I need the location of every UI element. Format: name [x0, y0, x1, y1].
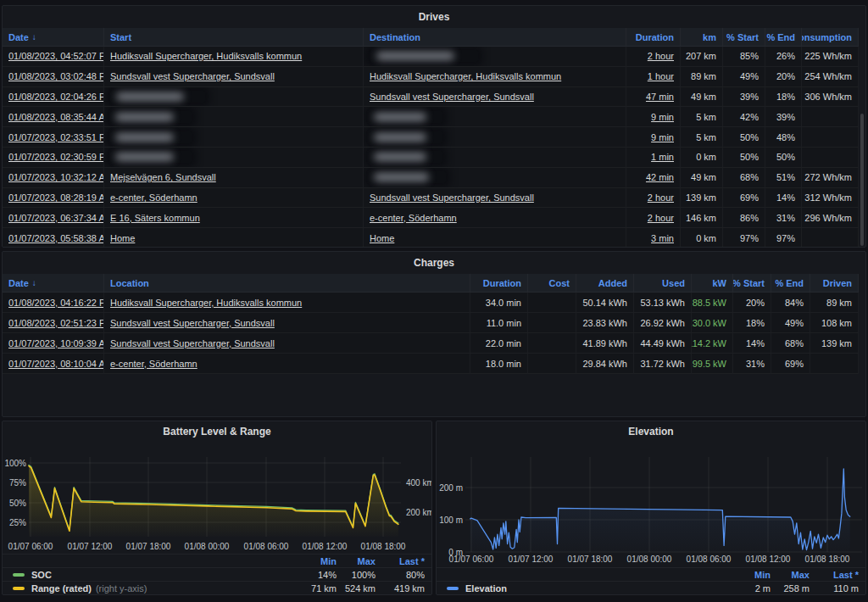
duration-link[interactable]: 47 min: [646, 92, 674, 102]
km-value: 0 km: [696, 152, 716, 162]
table-row: 01/07/2023, 10:32:12 AMMejselvägen 6, Su…: [3, 168, 865, 188]
column-header-location[interactable]: Location: [104, 274, 470, 293]
location-link[interactable]: e-center, Söderhamn: [110, 359, 198, 369]
column-header-label: Location: [110, 278, 149, 288]
destination-link[interactable]: Sundsvall vest Supercharger, Sundsvall: [370, 92, 534, 102]
location-link[interactable]: Sundsvall vest Supercharger, Sundsvall: [110, 338, 275, 348]
start-link[interactable]: e-center, Söderhamn: [110, 192, 198, 203]
legend-row-soc[interactable]: SOC 14% 100% 80%: [3, 567, 431, 581]
svg-text:50%: 50%: [9, 499, 26, 508]
legend-row-elevation[interactable]: Elevation 2 m 258 m 110 m: [437, 581, 865, 594]
column-header-km[interactable]: km: [681, 28, 723, 47]
date-link[interactable]: 01/07/2023, 08:10:04 AM: [8, 359, 104, 369]
destination-link[interactable]: Hudiksvall Supercharger, Hudiksvalls kom…: [370, 71, 561, 81]
duration-link[interactable]: 1 hour: [648, 71, 674, 81]
stat-max-label: Max: [771, 570, 810, 580]
cell-added: 23.83 kWh: [576, 313, 634, 333]
duration-link[interactable]: 9 min: [651, 112, 674, 122]
cell-destination: [364, 148, 626, 168]
column-header-kw[interactable]: kW: [692, 274, 733, 293]
date-link[interactable]: 01/07/2023, 02:30:59 PM: [8, 152, 104, 162]
cell-pct_end: 14%: [765, 188, 802, 209]
km-value: 207 km: [686, 51, 716, 61]
duration-link[interactable]: 2 hour: [648, 213, 674, 223]
column-header-cost[interactable]: Cost: [528, 274, 576, 293]
start-link[interactable]: E 16, Säters kommun: [110, 213, 200, 223]
pct_end-value: 48%: [776, 132, 795, 142]
destination-link[interactable]: Sundsvall vest Supercharger, Sundsvall: [370, 192, 534, 203]
column-header-start[interactable]: Start: [104, 28, 364, 47]
cell-start: [104, 148, 364, 168]
location-link[interactable]: Sundsvall vest Supercharger, Sundsvall: [110, 318, 275, 328]
cell-used: 53.13 kWh: [634, 293, 692, 313]
destination-link[interactable]: Home: [370, 233, 394, 243]
date-link[interactable]: 01/07/2023, 08:28:19 AM: [8, 192, 104, 203]
date-link[interactable]: 01/08/2023, 08:35:44 AM: [8, 112, 104, 122]
column-header-duration[interactable]: Duration: [470, 274, 528, 293]
column-header-driven[interactable]: Driven: [810, 274, 859, 293]
cell-consumption: 225 Wh/km: [802, 47, 859, 67]
duration-link[interactable]: 2 hour: [648, 51, 674, 61]
drives-scrollbar[interactable]: [860, 114, 864, 246]
cell-pct_end: 39%: [765, 107, 802, 127]
column-header-pct_end[interactable]: % End: [771, 274, 810, 293]
start-link[interactable]: Mejselvägen 6, Sundsvall: [110, 172, 216, 182]
svg-text:01/08 06:00: 01/08 06:00: [244, 542, 289, 551]
column-header-date[interactable]: Date↓: [3, 274, 104, 293]
table-row: 01/07/2023, 02:33:51 PM9 min5 km50%48%: [3, 127, 865, 148]
column-header-used[interactable]: Used: [634, 274, 692, 293]
added-value: 41.89 kWh: [582, 338, 627, 348]
location-link[interactable]: Hudiksvall Supercharger, Hudiksvalls kom…: [110, 298, 302, 308]
column-header-added[interactable]: Added: [576, 274, 634, 293]
date-link[interactable]: 01/07/2023, 10:32:12 AM: [8, 172, 104, 182]
column-header-pct_start[interactable]: % Start: [723, 28, 765, 47]
date-link[interactable]: 01/07/2023, 05:58:38 AM: [8, 233, 104, 243]
column-header-pct_end[interactable]: % End: [765, 28, 802, 47]
date-link[interactable]: 01/08/2023, 04:16:22 PM: [8, 298, 104, 308]
duration-link[interactable]: 42 min: [646, 172, 674, 182]
duration-link[interactable]: 2 hour: [648, 192, 674, 203]
cell-pct_end: 50%: [765, 148, 802, 168]
pct_start-value: 85%: [740, 51, 759, 61]
column-header-destination[interactable]: Destination: [364, 28, 626, 47]
date-link[interactable]: 01/08/2023, 02:51:23 PM: [8, 318, 104, 328]
column-header-consumption[interactable]: Consumption: [802, 28, 859, 47]
elevation-min-value: 2 m: [732, 583, 771, 594]
start-link[interactable]: Hudiksvall Supercharger, Hudiksvalls kom…: [110, 51, 302, 61]
duration-link[interactable]: 3 min: [651, 233, 674, 243]
pct_start-value: 86%: [740, 213, 759, 223]
svg-text:01/08 00:00: 01/08 00:00: [627, 555, 672, 564]
cell-duration: 11.0 min: [470, 313, 528, 333]
table-row: 01/08/2023, 04:52:07 PMHudiksvall Superc…: [3, 47, 865, 67]
cell-pct_start: 18%: [733, 313, 771, 333]
column-header-date[interactable]: Date↓: [3, 28, 104, 47]
cell-date: 01/07/2023, 10:32:12 AM: [3, 168, 104, 188]
start-link[interactable]: Sundsvall vest Supercharger, Sundsvall: [110, 71, 275, 81]
battery-range-chart[interactable]: 100%75%50%25%400 km200 km01/07 06:0001/0…: [3, 442, 431, 554]
duration-link[interactable]: 9 min: [651, 132, 674, 142]
used-value: 53.13 kWh: [640, 298, 685, 308]
column-header-label: % End: [766, 32, 795, 42]
start-link[interactable]: Home: [110, 233, 135, 243]
column-header-duration[interactable]: Duration: [626, 28, 681, 47]
elevation-series-label: Elevation: [465, 583, 507, 594]
column-header-label: Added: [598, 278, 627, 288]
legend-row-range[interactable]: Range (rated) (right y-axis) 71 km 524 k…: [3, 581, 431, 594]
elevation-chart[interactable]: 200 m100 m0 m01/07 06:0001/07 12:0001/07…: [437, 442, 865, 567]
column-header-pct_start[interactable]: % Start: [733, 274, 771, 293]
date-link[interactable]: 01/08/2023, 03:02:48 PM: [8, 71, 104, 81]
cell-destination: [364, 107, 626, 127]
date-link[interactable]: 01/08/2023, 02:04:26 PM: [8, 92, 104, 102]
duration-link[interactable]: 1 min: [651, 152, 674, 162]
cell-pct_start: 86%: [723, 208, 765, 228]
date-link[interactable]: 01/08/2023, 04:52:07 PM: [8, 51, 104, 61]
date-link[interactable]: 01/07/2023, 06:37:34 AM: [8, 213, 104, 223]
date-link[interactable]: 01/07/2023, 10:09:39 AM: [8, 338, 104, 348]
cell-kw: 114.2 kW: [692, 333, 733, 354]
elevation-stats-header: Min Max Last *: [437, 567, 865, 581]
date-link[interactable]: 01/07/2023, 02:33:51 PM: [8, 132, 104, 142]
destination-link[interactable]: e-center, Söderhamn: [370, 213, 457, 223]
duration-value: 18.0 min: [486, 359, 521, 369]
svg-text:01/08 18:00: 01/08 18:00: [805, 555, 850, 564]
panel-title-drives: Drives: [3, 6, 865, 28]
